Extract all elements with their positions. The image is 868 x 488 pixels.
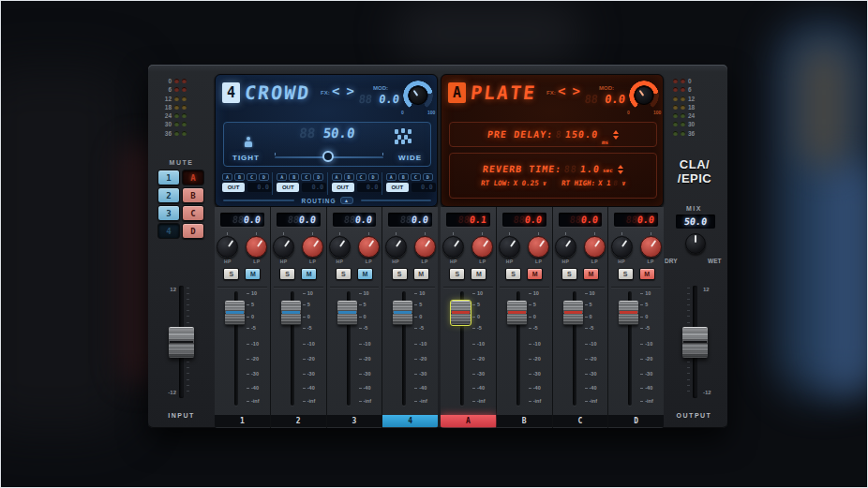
routing-bus-c-button[interactable]: C — [301, 173, 311, 181]
lp-knob[interactable] — [358, 236, 380, 258]
mute-button-4[interactable]: 4 — [157, 223, 180, 239]
fader-cap[interactable] — [507, 301, 527, 325]
mute-button-d[interactable]: D — [182, 223, 204, 239]
hp-knob[interactable] — [499, 236, 520, 258]
routing-send-value[interactable]: 0.0 — [412, 183, 436, 192]
mod-value[interactable]: 88 0.0 — [572, 93, 626, 106]
lp-knob[interactable] — [246, 236, 267, 258]
fader-cap-selected[interactable] — [451, 301, 471, 325]
strip-select-label-active[interactable]: 4 — [382, 415, 438, 427]
lp-knob[interactable] — [640, 236, 662, 258]
solo-button[interactable]: S — [223, 268, 239, 280]
routing-bus-b-button[interactable]: B — [344, 173, 354, 181]
strip-mute-button[interactable]: M — [583, 268, 599, 280]
solo-button[interactable]: S — [336, 268, 352, 280]
mute-button-2[interactable]: 2 — [157, 187, 180, 203]
mod-knob[interactable] — [629, 81, 659, 111]
strip-select-label[interactable]: 3 — [327, 415, 382, 427]
routing-send-value[interactable]: 0.0 — [357, 183, 382, 192]
strip-mute-button[interactable]: M — [357, 268, 373, 280]
fader-cap[interactable] — [393, 301, 412, 325]
mute-button-b[interactable]: B — [182, 187, 204, 203]
hp-knob[interactable] — [329, 236, 351, 258]
solo-button[interactable]: S — [392, 268, 408, 280]
mix-knob[interactable] — [685, 233, 706, 254]
reverb-bus-badge[interactable]: A — [448, 82, 466, 103]
strip-select-label[interactable]: 1 — [215, 415, 270, 427]
strip-gain-display[interactable]: 880.0 — [277, 213, 321, 227]
solo-button[interactable]: S — [618, 268, 634, 280]
routing-out-button[interactable]: OUT — [386, 183, 409, 192]
strip-gain-display[interactable]: 880.0 — [333, 213, 377, 227]
output-fader-cap[interactable] — [682, 327, 708, 358]
width-slider-track[interactable] — [275, 156, 383, 158]
hp-knob[interactable] — [442, 236, 464, 258]
solo-button[interactable]: S — [279, 268, 295, 280]
fader-cap[interactable] — [337, 301, 357, 325]
routing-bus-c-button[interactable]: C — [411, 173, 421, 181]
lp-knob[interactable] — [584, 236, 606, 258]
solo-button[interactable]: S — [505, 268, 521, 280]
strip-select-label[interactable]: 2 — [271, 415, 326, 427]
width-slider-handle[interactable] — [322, 151, 334, 162]
input-fader-cap[interactable] — [169, 327, 194, 358]
lp-knob[interactable] — [471, 236, 493, 258]
strip-gain-display[interactable]: 880.0 — [559, 213, 603, 227]
strip-gain-display[interactable]: 880.0 — [614, 213, 658, 227]
strip-mute-button[interactable]: M — [301, 268, 317, 280]
strip-gain-display[interactable]: 880.0 — [388, 213, 432, 227]
channel-number-badge[interactable]: 4 — [222, 82, 240, 103]
hp-knob[interactable] — [217, 236, 238, 258]
routing-bus-d-button[interactable]: D — [368, 173, 379, 181]
hp-knob[interactable] — [611, 236, 633, 258]
routing-bus-a-button[interactable]: A — [222, 173, 232, 181]
fader-cap[interactable] — [225, 301, 245, 325]
rt-low-dropdown[interactable]: RT LOW: X 0.25 ∨ — [480, 179, 546, 187]
pre-delay-value[interactable]: 150.0 — [565, 129, 599, 140]
lp-knob[interactable] — [414, 236, 436, 258]
fader-cap[interactable] — [563, 301, 583, 325]
strip-gain-display[interactable]: 880.0 — [502, 213, 546, 227]
mod-value[interactable]: 88 0.0 — [346, 93, 400, 106]
strip-select-label[interactable]: B — [497, 415, 552, 427]
routing-out-button[interactable]: OUT — [277, 183, 299, 192]
hp-knob[interactable] — [273, 236, 294, 258]
lp-knob[interactable] — [528, 236, 549, 258]
hp-knob[interactable] — [555, 236, 576, 258]
strip-mute-button[interactable]: M — [413, 268, 429, 280]
fader-cap[interactable] — [281, 301, 301, 325]
strip-mute-button[interactable]: M — [245, 268, 261, 280]
strip-mute-button[interactable]: M — [639, 268, 655, 280]
routing-bus-a-button[interactable]: A — [332, 173, 342, 181]
routing-bus-d-button[interactable]: D — [313, 173, 323, 181]
strip-select-label[interactable]: C — [553, 415, 608, 427]
routing-bus-a-button[interactable]: A — [386, 173, 397, 181]
solo-button[interactable]: S — [561, 268, 577, 280]
routing-collapse-button[interactable]: ▲ — [340, 197, 353, 204]
reverb-time-value[interactable]: 1.0 — [580, 164, 601, 174]
routing-bus-b-button[interactable]: B — [398, 173, 409, 181]
routing-send-value[interactable]: 0.0 — [302, 183, 326, 192]
rt-high-dropdown[interactable]: RT HIGH: X 1 8 ∨ — [561, 179, 626, 187]
mute-button-1[interactable]: 1 — [157, 170, 180, 185]
mod-knob[interactable] — [403, 81, 433, 111]
routing-send-value[interactable]: 0.0 — [247, 183, 272, 192]
strip-mute-button[interactable]: M — [527, 268, 543, 280]
strip-gain-display[interactable]: 880.1 — [446, 213, 490, 227]
solo-button[interactable]: S — [449, 268, 465, 280]
lp-knob[interactable] — [302, 236, 323, 258]
strip-gain-display[interactable]: 880.0 — [220, 213, 264, 227]
fx-prev-button[interactable]: < — [332, 83, 339, 98]
fx-prev-button[interactable]: < — [558, 83, 565, 98]
strip-mute-button[interactable]: M — [471, 268, 486, 280]
mute-button-c[interactable]: C — [182, 205, 204, 221]
hp-knob[interactable] — [385, 236, 407, 258]
routing-out-button[interactable]: OUT — [332, 183, 354, 192]
stepper-icon[interactable] — [613, 130, 619, 140]
stepper-icon[interactable] — [618, 165, 623, 174]
routing-bus-d-button[interactable]: D — [259, 173, 269, 181]
routing-out-button[interactable]: OUT — [222, 183, 245, 192]
routing-bus-c-button[interactable]: C — [247, 173, 257, 181]
mix-value-display[interactable]: 50.0 — [676, 214, 715, 229]
routing-bus-d-button[interactable]: D — [423, 173, 433, 181]
